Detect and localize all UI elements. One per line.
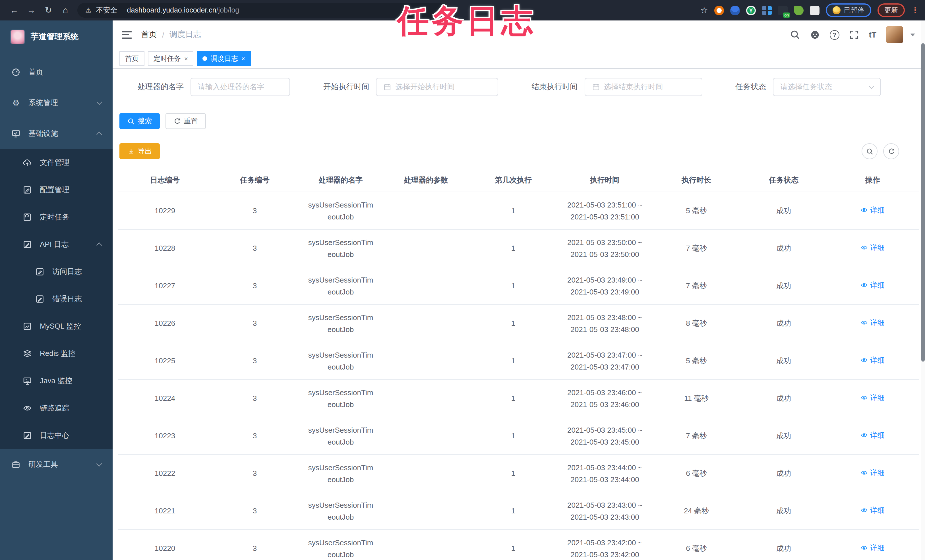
edit-icon — [23, 185, 32, 194]
cell-execute-index: 1 — [469, 492, 558, 530]
search-button[interactable]: 搜索 — [119, 113, 160, 129]
sidebar-item-system[interactable]: ⚙ 系统管理 — [0, 87, 113, 118]
search-icon — [127, 117, 135, 125]
sidebar-item-access-log[interactable]: 访问日志 — [0, 258, 113, 285]
sidebar-item-trace[interactable]: 链路追踪 — [0, 394, 113, 422]
browser-menu-icon[interactable]: ⋮ — [911, 5, 920, 15]
help-icon[interactable]: ? — [830, 30, 839, 39]
url-path: /job/log — [216, 6, 240, 14]
tag-job-log[interactable]: 调度日志 × — [197, 51, 251, 66]
profile-paused-button[interactable]: 已暂停 — [826, 3, 871, 17]
begin-time-label: 开始执行时间 — [323, 82, 369, 92]
tag-scheduled-jobs[interactable]: 定时任务 × — [148, 51, 194, 66]
export-button[interactable]: 导出 — [119, 143, 160, 159]
cell-actions: 详细 — [826, 192, 919, 229]
extension-icon-leaf[interactable] — [794, 5, 804, 15]
sidebar-item-log-center[interactable]: 日志中心 — [0, 422, 113, 449]
briefcase-icon — [11, 460, 21, 469]
chrome-update-button[interactable]: 更新 — [878, 3, 905, 17]
cell-status: 成功 — [741, 192, 826, 229]
detail-link[interactable]: 详细 — [860, 354, 885, 366]
detail-link[interactable]: 详细 — [860, 429, 885, 441]
hamburger-icon[interactable] — [122, 31, 132, 38]
detail-link[interactable]: 详细 — [860, 317, 885, 329]
cell-actions: 详细 — [826, 417, 919, 455]
sidebar-item-error-log[interactable]: 错误日志 — [0, 285, 113, 313]
sidebar-item-java-monitor[interactable]: Java 监控 — [0, 367, 113, 394]
reload-button[interactable]: ↻ — [40, 0, 57, 21]
back-button[interactable]: ← — [6, 0, 23, 21]
cell-actions: 详细 — [826, 530, 919, 560]
detail-link[interactable]: 详细 — [860, 279, 885, 291]
chevron-down-icon — [96, 99, 102, 105]
handler-name-label: 处理器的名字 — [138, 82, 184, 92]
breadcrumb-home[interactable]: 首页 — [141, 30, 157, 40]
cell-log-id: 10224 — [118, 379, 212, 417]
fullscreen-icon[interactable] — [849, 30, 859, 40]
scrollbar-thumb[interactable] — [921, 43, 925, 361]
extension-icon-ring[interactable] — [714, 5, 724, 15]
job-status-select[interactable]: 请选择任务状态 — [773, 78, 881, 96]
app-logo — [10, 30, 25, 44]
extension-icon-switch[interactable]: on — [778, 5, 788, 15]
bookmark-star-icon[interactable]: ☆ — [701, 5, 708, 15]
extension-icon-y[interactable]: Y — [746, 5, 756, 15]
end-time-input[interactable]: 选择结束执行时间 — [585, 78, 702, 96]
sidebar-item-dev-tools[interactable]: 研发工具 — [0, 449, 113, 480]
app-logo-row[interactable]: 芋道管理系统 — [0, 21, 113, 52]
detail-link[interactable]: 详细 — [860, 542, 885, 554]
close-icon[interactable]: × — [241, 55, 245, 62]
font-size-icon[interactable]: tT — [869, 30, 876, 39]
detail-link[interactable]: 详细 — [860, 392, 885, 403]
begin-time-input[interactable]: 选择开始执行时间 — [376, 78, 499, 96]
table-row: 10226 3 sysUserSessionTim eoutJob 1 2021… — [118, 304, 919, 342]
url-host: dashboard.yudao.iocoder.cn — [127, 6, 216, 14]
close-icon[interactable]: × — [184, 55, 188, 62]
page-scrollbar — [921, 21, 925, 560]
cell-execute-index: 1 — [469, 455, 558, 492]
extension-icon-grid[interactable] — [762, 5, 772, 15]
sidebar-item-mysql-monitor[interactable]: MySQL 监控 — [0, 313, 113, 340]
extension-icon-pin[interactable] — [730, 5, 740, 15]
sidebar-item-redis-monitor[interactable]: Redis 监控 — [0, 340, 113, 367]
caret-down-icon[interactable] — [910, 33, 915, 36]
reset-button[interactable]: 重置 — [166, 113, 206, 129]
end-time-placeholder: 选择结束执行时间 — [604, 82, 663, 92]
home-button[interactable]: ⌂ — [57, 0, 74, 21]
avatar[interactable] — [886, 26, 903, 43]
sidebar-item-api-log[interactable]: API 日志 — [0, 231, 113, 258]
handler-name-input[interactable]: 请输入处理器的名字 — [190, 78, 290, 96]
breadcrumb: 首页 / 调度日志 — [141, 30, 201, 40]
github-icon[interactable] — [810, 30, 820, 40]
forward-button[interactable]: → — [23, 0, 40, 21]
cloud-upload-icon — [23, 158, 32, 167]
refresh-icon — [173, 117, 181, 125]
cell-handler-param — [383, 492, 469, 530]
address-bar[interactable]: ⚠ 不安全 dashboard.yudao.iocoder.cn/job/log — [77, 3, 450, 18]
cell-job-id: 3 — [212, 530, 298, 560]
cell-log-id: 10227 — [118, 267, 212, 304]
eye-icon — [860, 244, 868, 251]
cell-execute-index: 1 — [469, 192, 558, 229]
search-icon[interactable] — [790, 30, 800, 40]
eye-icon — [860, 282, 868, 289]
detail-link[interactable]: 详细 — [860, 504, 885, 516]
refresh-table-button[interactable] — [883, 143, 899, 159]
calendar-icon — [384, 83, 392, 91]
tag-home[interactable]: 首页 — [119, 51, 145, 66]
sidebar-item-config-manage[interactable]: 配置管理 — [0, 176, 113, 203]
detail-link[interactable]: 详细 — [860, 467, 885, 479]
cell-handler-name: sysUserSessionTim eoutJob — [298, 455, 383, 492]
screen: ← → ↻ ⌂ ⚠ 不安全 dashboard.yudao.iocoder.cn… — [0, 0, 925, 560]
extensions-puzzle-icon[interactable] — [810, 5, 820, 15]
extension-on-badge: on — [783, 12, 790, 17]
cell-execute-index: 1 — [469, 229, 558, 267]
sidebar-item-home[interactable]: 首页 — [0, 57, 113, 87]
toggle-search-button[interactable] — [862, 143, 878, 159]
detail-link[interactable]: 详细 — [860, 204, 885, 216]
sidebar: 芋道管理系统 首页 ⚙ 系统管理 基础设施 — [0, 21, 113, 560]
sidebar-item-infra[interactable]: 基础设施 — [0, 118, 113, 149]
sidebar-item-scheduled-jobs[interactable]: 定时任务 — [0, 203, 113, 231]
detail-link[interactable]: 详细 — [860, 242, 885, 254]
sidebar-item-file-manage[interactable]: 文件管理 — [0, 149, 113, 176]
